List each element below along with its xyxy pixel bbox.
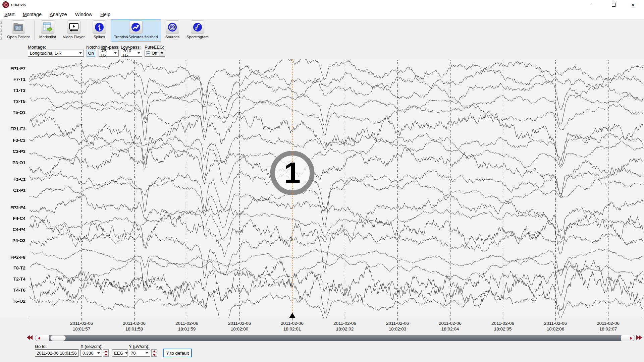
filter-bar: Montage: Longitudinal L-R Notch: On High… — [0, 42, 644, 59]
time-scrollbar-track[interactable] — [35, 335, 635, 341]
time-tick-label: 2011-02-0618:02:00 — [216, 320, 263, 332]
goto-label: Go to: — [35, 344, 47, 349]
open-eeg-folder-icon: OpenEEG — [12, 20, 25, 34]
page-forward-button[interactable] — [637, 335, 642, 340]
restore-icon — [612, 3, 615, 7]
channel-label-fz-cz: Fz-Cz — [0, 176, 25, 182]
y-to-default-button[interactable]: Y to default — [163, 349, 192, 357]
toolbar-button-video-player[interactable]: Video Player — [60, 20, 88, 41]
toolbar-separator — [88, 21, 88, 40]
channel-label-f7-t1: F7-T1 — [0, 76, 25, 82]
seizure-event-marker-1[interactable] — [272, 153, 312, 193]
toolbar-label: Open Patient — [7, 35, 30, 39]
y-scale-spin-down-button[interactable] — [151, 353, 157, 357]
x-scale-spin-up-button[interactable] — [103, 349, 109, 353]
toolbar-button-spikes[interactable]: Spikes — [90, 20, 109, 41]
minimize-button[interactable] — [586, 0, 601, 9]
pureeeg-dropdown-button[interactable] — [159, 50, 165, 57]
window-title: encevis — [11, 2, 26, 7]
time-tick-label: 2011-02-0618:02:06 — [532, 320, 579, 332]
up-arrow-icon — [105, 350, 107, 352]
time-tick-label: 2011-02-0618:01:58 — [111, 320, 158, 332]
toolbar-separator — [34, 21, 35, 40]
axis-tick — [134, 318, 135, 320]
menu-item-analyze[interactable]: Analyze — [48, 11, 69, 18]
toolbar: OpenEEGOpen PatientMarkerlistVideo Playe… — [0, 19, 644, 42]
toolbar-button-markerlist[interactable]: Markerlist — [37, 20, 59, 41]
axis-tick — [503, 318, 503, 320]
time-tick-label: 2011-02-0618:02:03 — [374, 320, 421, 332]
channel-label-fp1-f3: FP1-F3 — [0, 126, 25, 132]
scroll-left-button[interactable] — [35, 335, 49, 341]
menu-item-start[interactable]: Start — [3, 11, 16, 18]
double-right-arrow-icon — [639, 335, 642, 340]
time-tick-label: 2011-02-0618:01:57 — [58, 320, 105, 332]
scroll-right-button[interactable] — [621, 335, 635, 341]
time-scrollbar-thumb[interactable] — [50, 335, 66, 341]
markerlist-table-icon — [41, 20, 54, 34]
close-button[interactable]: × — [625, 0, 641, 9]
y-scale-spin-up-button[interactable] — [151, 349, 157, 353]
toolbar-grip-handle[interactable] — [1, 21, 3, 40]
channel-label-p4-o2: P4-O2 — [0, 238, 25, 244]
time-tick-label: 2011-02-0618:01:59 — [163, 320, 210, 332]
x-scale-spin-down-button[interactable] — [103, 353, 109, 357]
toolbar-button-trends-seizures-finished[interactable]: Trends&Seizures finished — [111, 19, 161, 42]
channel-label-t4-t6: T4-T6 — [0, 287, 25, 293]
axis-tick — [29, 318, 29, 320]
chevron-down-icon — [97, 352, 100, 354]
title-bar: encevis × — [0, 0, 644, 9]
channel-label-t3-t5: T3-T5 — [0, 99, 25, 105]
toolbar-button-open-patient[interactable]: OpenEEGOpen Patient — [6, 20, 31, 41]
y-to-default-label: Y to default — [166, 351, 189, 356]
notch-toggle-button[interactable]: On — [87, 50, 95, 57]
lowpass-select[interactable]: 70.0 Hz — [121, 50, 142, 57]
y-scale-select[interactable]: 70 — [129, 349, 150, 357]
lowpass-value: 70.0 Hz — [123, 48, 136, 58]
menu-item-montage[interactable]: Montage — [21, 11, 43, 18]
chevron-down-icon — [79, 52, 82, 54]
toolbar-label: Spikes — [94, 35, 105, 39]
video-player-icon — [67, 20, 80, 34]
channel-label-f3-c3: F3-C3 — [0, 137, 25, 143]
highpass-select[interactable]: 0.5 Hz — [99, 50, 119, 57]
x-scale-value: 0.330 — [83, 351, 94, 356]
channel-label-f4-c4: F4-C4 — [0, 216, 25, 222]
up-arrow-icon — [153, 350, 156, 352]
eeg-trace-canvas[interactable] — [0, 59, 644, 318]
mini-eeg-chart-icon — [146, 51, 150, 55]
time-tick-label: 2011-02-0618:02:02 — [321, 320, 368, 332]
axis-tick — [187, 318, 187, 320]
axis-tick — [239, 318, 240, 320]
channel-label-fp1-f7: FP1-F7 — [0, 66, 25, 72]
goto-datetime-input[interactable] — [35, 349, 78, 357]
restore-button[interactable] — [606, 0, 621, 9]
channel-label-fp2-f8: FP2-F8 — [0, 254, 25, 260]
down-arrow-icon — [153, 354, 156, 356]
toolbar-label: Markerlist — [39, 35, 56, 39]
montage-select[interactable]: Longitudinal L-R — [28, 50, 84, 57]
time-tick-label: 2011-02-0618:02:07 — [585, 320, 632, 332]
minimize-icon — [592, 5, 596, 5]
axis-tick — [608, 318, 608, 320]
y-mode-select[interactable]: EEG — [112, 349, 127, 357]
notch-label: Notch: — [86, 45, 99, 50]
channel-label-cz-pz: Cz-Pz — [0, 187, 25, 193]
channel-label-c4-p4: C4-P4 — [0, 227, 25, 233]
axis-tick — [345, 318, 345, 320]
menu-item-window[interactable]: Window — [73, 11, 94, 18]
axis-tick — [82, 318, 82, 320]
toolbar-button-spectrogram[interactable]: Spectrogram — [183, 20, 212, 41]
axis-tick — [397, 318, 398, 320]
x-scale-select[interactable]: 0.330 — [80, 349, 102, 357]
svg-text:EEG: EEG — [16, 28, 21, 30]
y-mode-value: EEG — [114, 351, 123, 356]
sources-icon — [166, 20, 179, 34]
eeg-plot-area: FP1-F7F7-T1T1-T3T3-T5T5-O1FP1-F3F3-C3C3-… — [0, 59, 644, 318]
y-scale-label: Y (µV/cm): — [129, 344, 149, 349]
right-arrow-icon — [630, 337, 632, 340]
pureeeg-toggle[interactable]: Off — [145, 50, 159, 57]
menu-item-help[interactable]: Help — [99, 11, 112, 18]
toolbar-button-sources[interactable]: Sources — [162, 20, 182, 41]
page-back-button[interactable] — [27, 335, 32, 340]
